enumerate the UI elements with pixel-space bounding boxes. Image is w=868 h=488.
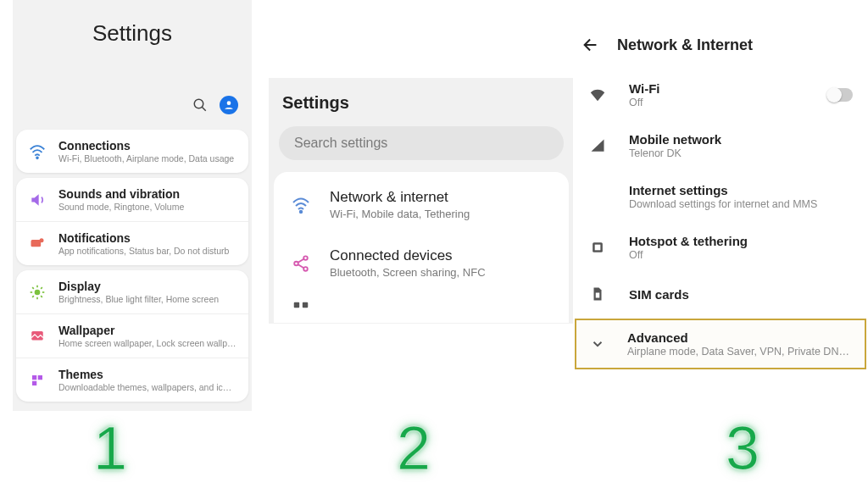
- svg-line-13: [41, 287, 42, 289]
- wallpaper-icon: [28, 327, 47, 346]
- item-partial: [274, 292, 569, 319]
- svg-line-14: [32, 296, 34, 297]
- step-number-1: 1: [93, 413, 129, 483]
- item-subtitle: App notifications, Status bar, Do not di…: [58, 246, 236, 256]
- svg-line-24: [298, 263, 303, 268]
- item-label: Notifications: [58, 231, 236, 245]
- wifi-toggle[interactable]: [827, 88, 853, 102]
- item-subtitle: Sound mode, Ringtone, Volume: [58, 202, 236, 212]
- svg-rect-29: [596, 293, 600, 298]
- item-label: Internet settings: [629, 183, 853, 197]
- step-number-3: 3: [726, 413, 761, 483]
- chevron-down-icon: [588, 335, 607, 353]
- svg-point-5: [40, 238, 44, 242]
- svg-rect-28: [595, 245, 601, 251]
- card-main: Network & internet Wi-Fi, Mobile data, T…: [274, 172, 569, 323]
- svg-point-6: [35, 289, 41, 295]
- wifi-icon: [291, 195, 311, 215]
- svg-line-23: [298, 258, 303, 263]
- item-subtitle: Wi-Fi, Bluetooth, Airplane mode, Data us…: [58, 153, 236, 164]
- card-sound-notifications: Sounds and vibration Sound mode, Rington…: [16, 178, 248, 265]
- themes-icon: [28, 371, 47, 390]
- item-label: Wi-Fi: [629, 81, 805, 96]
- item-internet-settings[interactable]: Internet settings Download settings for …: [573, 171, 868, 222]
- svg-rect-16: [32, 375, 36, 380]
- item-subtitle: Wi-Fi, Mobile data, Tethering: [330, 208, 552, 220]
- item-label: Sounds and vibration: [58, 187, 236, 201]
- card-display: Display Brightness, Blue light filter, H…: [16, 270, 248, 402]
- item-subtitle: Off: [629, 249, 853, 261]
- card-connectivity: Connections Wi-Fi, Bluetooth, Airplane m…: [16, 130, 248, 173]
- svg-point-19: [300, 210, 302, 212]
- item-label: Hotspot & tethering: [629, 234, 853, 248]
- item-notifications[interactable]: Notifications App notifications, Status …: [16, 221, 248, 265]
- svg-point-3: [36, 157, 38, 158]
- item-display[interactable]: Display Brightness, Blue light filter, H…: [16, 270, 248, 313]
- item-subtitle: Downloadable themes, wallpapers, and ico…: [58, 382, 236, 392]
- panel-network-internet: Network & Internet Wi-Fi Off Mobile netw…: [573, 24, 868, 396]
- item-network-internet[interactable]: Network & internet Wi-Fi, Mobile data, T…: [274, 175, 569, 234]
- item-label: Connections: [58, 139, 236, 152]
- svg-point-0: [194, 99, 203, 108]
- svg-point-2: [227, 101, 231, 105]
- svg-rect-4: [31, 240, 42, 247]
- page-title: Settings: [269, 78, 574, 121]
- hotspot-icon: [588, 238, 607, 257]
- back-icon[interactable]: [581, 36, 600, 54]
- item-subtitle: Home screen wallpaper, Lock screen wallp…: [58, 338, 236, 348]
- account-icon[interactable]: [220, 96, 238, 114]
- panel-settings-samsung: Settings Connections Wi-Fi, Bluetooth, A…: [13, 0, 252, 411]
- item-wifi[interactable]: Wi-Fi Off: [573, 69, 868, 120]
- blank-icon: [588, 187, 607, 206]
- apps-icon: [291, 299, 311, 319]
- search-input[interactable]: Search settings: [279, 126, 564, 160]
- sim-icon: [588, 285, 607, 303]
- signal-icon: [588, 136, 607, 155]
- item-label: SIM cards: [629, 287, 853, 302]
- item-label: Themes: [58, 368, 236, 381]
- page-title: Settings: [13, 20, 252, 47]
- notifications-icon: [28, 235, 47, 253]
- item-advanced-highlighted[interactable]: Advanced Airplane mode, Data Saver, VPN,…: [575, 319, 866, 369]
- item-subtitle: Download settings for internet and MMS: [629, 198, 853, 210]
- header: Settings: [13, 0, 252, 62]
- item-sounds[interactable]: Sounds and vibration Sound mode, Rington…: [16, 178, 248, 221]
- search-icon[interactable]: [192, 97, 208, 113]
- page-title: Network & Internet: [617, 36, 753, 54]
- item-subtitle: Bluetooth, Screen sharing, NFC: [330, 266, 552, 279]
- toolbar: [13, 62, 252, 125]
- svg-rect-17: [38, 375, 42, 380]
- item-label: Display: [58, 280, 236, 293]
- step-number-2: 2: [397, 413, 432, 483]
- item-wallpaper[interactable]: Wallpaper Home screen wallpaper, Lock sc…: [16, 313, 248, 358]
- item-mobile-network[interactable]: Mobile network Telenor DK: [573, 120, 868, 171]
- item-label: Mobile network: [629, 132, 853, 147]
- item-subtitle: Off: [629, 97, 805, 108]
- item-label: Wallpaper: [58, 324, 236, 337]
- panel-settings-stock: Settings Search settings Network & inter…: [269, 78, 574, 324]
- svg-line-1: [202, 107, 206, 111]
- svg-line-11: [32, 287, 34, 289]
- svg-rect-18: [32, 380, 36, 385]
- item-subtitle: Telenor DK: [629, 147, 853, 159]
- item-subtitle: Airplane mode, Data Saver, VPN, Private …: [627, 346, 853, 358]
- share-icon: [291, 253, 311, 274]
- item-hotspot[interactable]: Hotspot & tethering Off: [573, 222, 868, 273]
- item-sim-cards[interactable]: SIM cards: [573, 273, 868, 315]
- item-subtitle: Brightness, Blue light filter, Home scre…: [58, 294, 236, 304]
- svg-rect-25: [294, 302, 299, 308]
- item-connected-devices[interactable]: Connected devices Bluetooth, Screen shar…: [274, 234, 569, 292]
- sound-icon: [28, 191, 47, 209]
- item-label: Connected devices: [330, 247, 552, 264]
- item-label: Network & internet: [330, 189, 552, 206]
- item-themes[interactable]: Themes Downloadable themes, wallpapers, …: [16, 358, 248, 402]
- wifi-icon: [28, 142, 47, 161]
- wifi-icon: [588, 86, 607, 104]
- header: Network & Internet: [573, 24, 868, 69]
- svg-rect-26: [303, 302, 308, 308]
- brightness-icon: [28, 283, 47, 302]
- svg-line-12: [41, 296, 42, 297]
- item-label: Advanced: [627, 330, 853, 345]
- item-connections[interactable]: Connections Wi-Fi, Bluetooth, Airplane m…: [16, 130, 248, 173]
